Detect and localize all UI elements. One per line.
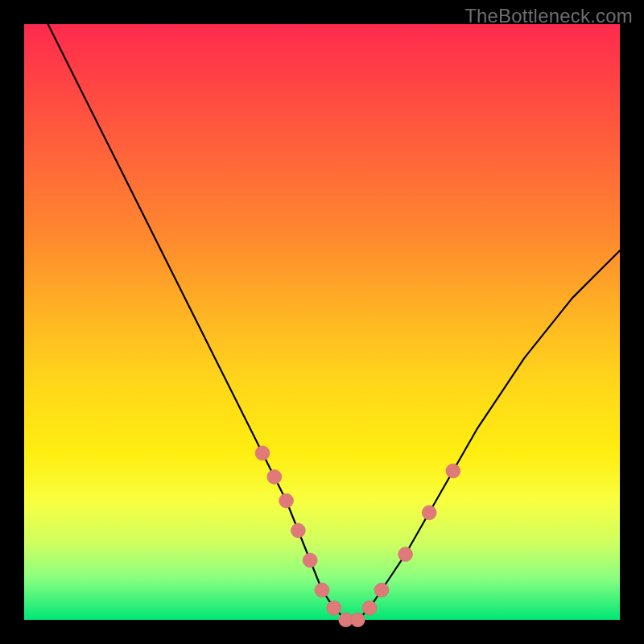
- curve-marker: [255, 446, 270, 460]
- chart-frame: TheBottleneck.com: [0, 0, 644, 644]
- chart-svg: [24, 24, 620, 620]
- curve-marker: [267, 469, 282, 484]
- curve-marker: [374, 583, 389, 597]
- curve-marker: [291, 523, 305, 538]
- curve-marker: [350, 613, 365, 627]
- curve-marker: [446, 464, 460, 478]
- curve-marker: [279, 493, 294, 508]
- curve-marker: [422, 506, 436, 520]
- curve-marker: [398, 547, 413, 562]
- bottleneck-curve: [48, 24, 620, 620]
- curve-marker: [327, 601, 341, 615]
- marker-group: [255, 446, 460, 627]
- curve-marker: [303, 553, 317, 568]
- curve-marker: [362, 601, 377, 615]
- plot-area: [24, 24, 620, 620]
- curve-marker: [315, 583, 329, 597]
